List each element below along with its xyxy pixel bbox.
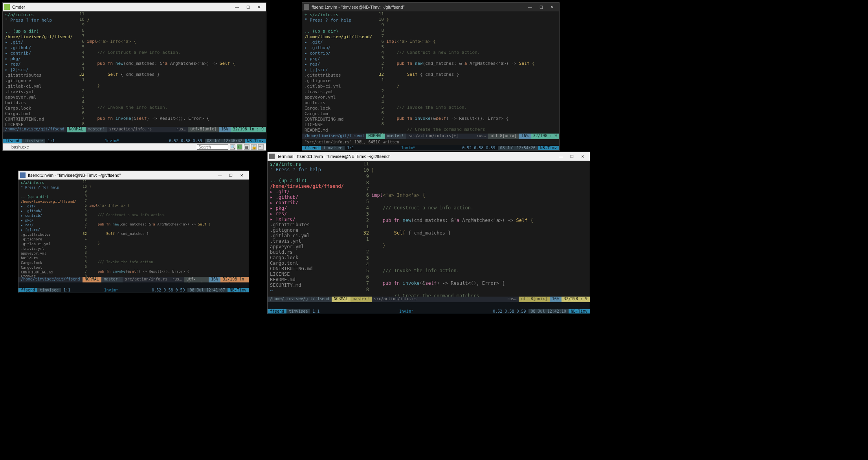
tree-file[interactable]: .travis.yml xyxy=(21,246,75,251)
tree-file[interactable]: README.md xyxy=(305,128,370,133)
close-button[interactable]: ✕ xyxy=(547,3,558,11)
tree-dir-src[interactable]: ▸ [x]src/ xyxy=(270,216,353,222)
search-input[interactable] xyxy=(197,144,228,150)
tree-file[interactable]: Cargo.lock xyxy=(270,255,353,260)
tree-file[interactable]: Cargo.toml xyxy=(21,265,75,270)
titlebar[interactable]: ffsend:1:nvim - "timvisee@NB-Timv: ~/git… xyxy=(302,3,559,11)
menu-icon[interactable]: ≡ xyxy=(258,144,264,150)
maximize-button[interactable]: ☐ xyxy=(225,171,236,180)
tree-file[interactable]: .travis.yml xyxy=(305,89,370,95)
titlebar[interactable]: ffsend:1:nvim - "timvisee@NB-Timv: ~/git… xyxy=(18,171,249,180)
tree-file[interactable]: appveyor.yml xyxy=(270,244,353,249)
tree-file[interactable]: Cargo.toml xyxy=(5,111,70,117)
tree-dir[interactable]: ▸ .github/ xyxy=(270,194,353,200)
tree-dir[interactable]: ▸ contrib/ xyxy=(270,200,353,205)
tree-dir[interactable]: ▸ .git/ xyxy=(21,204,75,209)
tree-file[interactable]: appveyor.yml xyxy=(5,95,70,100)
tree-file[interactable]: README.md xyxy=(270,277,353,282)
tab-label[interactable]: bash.exe xyxy=(11,145,29,149)
tree-file[interactable]: Cargo.lock xyxy=(21,260,75,265)
tree-file[interactable]: LICENSE xyxy=(305,122,370,128)
tree-file[interactable]: Cargo.lock xyxy=(5,106,70,111)
tree-file[interactable]: build.rs xyxy=(270,249,353,255)
tree-dir-src[interactable]: ▸ [X]src/ xyxy=(5,67,70,73)
up-dir[interactable]: .. (up a dir) xyxy=(5,29,70,34)
tree-file[interactable]: .gitattributes xyxy=(5,73,70,78)
tree-file[interactable]: .gitignore xyxy=(5,78,70,84)
tree-dir[interactable]: ▸ pkg/ xyxy=(21,218,75,223)
minimize-button[interactable]: — xyxy=(214,171,225,180)
tmux-session[interactable]: ffsend xyxy=(302,146,321,150)
tree-file[interactable]: .gitlab-ci.yml xyxy=(5,84,70,89)
tree-dir-src[interactable]: ▸ [▯]src/ xyxy=(21,227,75,232)
tabs-icon[interactable]: ▦ xyxy=(244,144,250,150)
tree-file[interactable]: .gitlab-ci.yml xyxy=(305,84,370,89)
tree-dir[interactable]: ▸ pkg/ xyxy=(270,205,353,211)
tree-file[interactable]: build.rs xyxy=(5,100,70,106)
up-dir[interactable]: .. (up a dir) xyxy=(305,29,370,34)
file-tree[interactable]: s/a/info.rs " Press ? for help .. (up a … xyxy=(268,161,356,297)
close-button[interactable]: ✕ xyxy=(253,3,264,11)
file-tree[interactable]: s/a/info.rs " Press ? for help .. (up a … xyxy=(18,180,77,277)
tree-file[interactable]: build.rs xyxy=(21,256,75,260)
close-button[interactable]: ✕ xyxy=(236,171,247,180)
tree-dir[interactable]: ▸ pkg/ xyxy=(5,56,70,62)
code-pane[interactable]: } impl<'a> Info<'a> { /// Construct a ne… xyxy=(386,11,559,134)
lock-icon[interactable]: 🔒 xyxy=(251,144,257,150)
tree-dir[interactable]: ▸ pkg/ xyxy=(305,56,370,62)
code-pane[interactable]: } impl<'a> Info<'a> { /// Construct a ne… xyxy=(89,180,249,277)
maximize-button[interactable]: ☐ xyxy=(566,152,577,161)
tree-file[interactable]: SECURITY.md xyxy=(270,282,353,288)
tree-file[interactable]: .gitlab-ci.yml xyxy=(21,242,75,246)
tree-dir[interactable]: ▸ res/ xyxy=(305,62,370,67)
tree-file[interactable]: CONTRIBUTING.md xyxy=(21,270,75,275)
tree-file[interactable]: appveyor.yml xyxy=(21,251,75,256)
maximize-button[interactable]: ☐ xyxy=(536,3,547,11)
tree-file[interactable]: .travis.yml xyxy=(270,238,353,244)
tree-file[interactable]: appveyor.yml xyxy=(305,95,370,100)
tree-file[interactable]: CONTRIBUTING.md xyxy=(5,117,70,122)
tree-dir[interactable]: ▸ contrib/ xyxy=(21,213,75,218)
tree-dir-src[interactable]: ▸ [▯]src/ xyxy=(305,67,370,73)
maximize-button[interactable]: ☐ xyxy=(242,3,253,11)
new-tab-button[interactable]: + xyxy=(237,144,242,150)
code-pane[interactable]: } impl<'a> Info<'a> { /// Construct a ne… xyxy=(371,161,590,297)
code-pane[interactable]: } impl<'a> Info<'a> { /// Construct a ne… xyxy=(87,11,266,127)
tree-file[interactable]: CONTRIBUTING.md xyxy=(305,117,370,122)
tmux-session[interactable]: ffsend xyxy=(3,139,22,143)
tree-file[interactable]: Cargo.toml xyxy=(305,111,370,117)
file-tree[interactable]: + s/a/info.rs " Press ? for help .. (up … xyxy=(302,11,372,134)
tree-file[interactable]: .gitattributes xyxy=(21,232,75,237)
tree-dir[interactable]: ▸ .git/ xyxy=(305,40,370,45)
tree-file[interactable]: .gitignore xyxy=(21,237,75,242)
tree-dir[interactable]: ▸ .git/ xyxy=(270,189,353,194)
tree-file[interactable]: build.rs xyxy=(305,100,370,106)
minimize-button[interactable]: — xyxy=(525,3,536,11)
tree-dir[interactable]: ▸ res/ xyxy=(21,223,75,227)
tree-file[interactable]: .gitlab-ci.yml xyxy=(270,233,353,238)
tree-file[interactable]: .gitignore xyxy=(270,227,353,233)
tree-dir[interactable]: ▸ res/ xyxy=(5,62,70,67)
search-icon[interactable]: 🔍 xyxy=(230,144,235,150)
tree-file[interactable]: .travis.yml xyxy=(5,89,70,95)
tree-dir[interactable]: ▸ .github/ xyxy=(5,45,70,51)
tree-dir[interactable]: ▸ contrib/ xyxy=(5,51,70,56)
up-dir[interactable]: .. (up a dir) xyxy=(270,178,353,183)
tmux-session[interactable]: ffsend xyxy=(268,309,286,313)
titlebar[interactable]: Cmder — ☐ ✕ xyxy=(3,3,266,11)
tree-dir[interactable]: ▸ .github/ xyxy=(305,45,370,51)
tree-dir[interactable]: ▸ .github/ xyxy=(21,209,75,213)
minimize-button[interactable]: — xyxy=(231,3,242,11)
tree-file[interactable]: Cargo.toml xyxy=(270,260,353,266)
tree-file[interactable]: CONTRIBUTING.md xyxy=(270,266,353,271)
tree-file[interactable]: LICENSE xyxy=(5,122,70,127)
tree-file[interactable]: .gitattributes xyxy=(270,222,353,227)
titlebar[interactable]: Terminal - ffsend:1:nvim - "timvisee@NB-… xyxy=(268,152,590,161)
file-tree[interactable]: s/a/info.rs " Press ? for help .. (up a … xyxy=(3,11,73,127)
close-button[interactable]: ✕ xyxy=(577,152,588,161)
tree-dir[interactable]: ▸ contrib/ xyxy=(305,51,370,56)
tree-dir[interactable]: ▸ res/ xyxy=(270,211,353,216)
tree-file[interactable]: LICENSE xyxy=(270,271,353,277)
up-dir[interactable]: .. (up a dir) xyxy=(21,194,75,199)
tmux-session[interactable]: ffsend xyxy=(18,288,37,292)
